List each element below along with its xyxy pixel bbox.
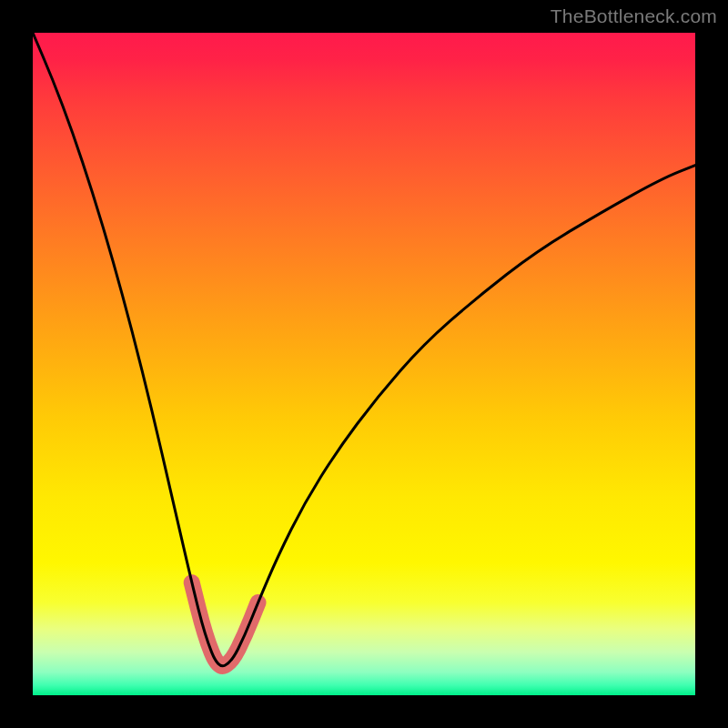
watermark-text: TheBottleneck.com	[551, 5, 717, 27]
curve-layer	[33, 33, 695, 695]
chart-frame: TheBottleneck.com	[0, 0, 728, 728]
bottleneck-curve	[33, 33, 695, 666]
plot-area	[33, 33, 695, 695]
